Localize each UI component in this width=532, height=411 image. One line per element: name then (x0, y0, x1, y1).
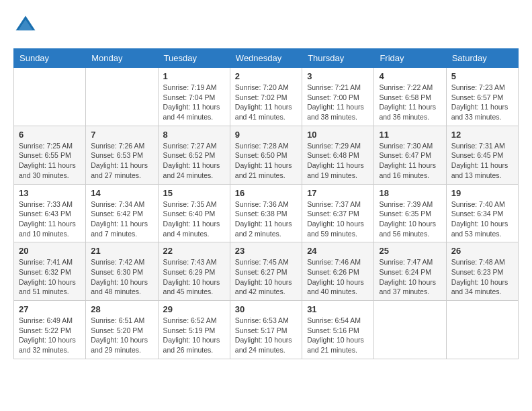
day-info: Sunrise: 7:29 AMSunset: 6:48 PMDaylight:… (307, 141, 369, 181)
day-info: Sunrise: 7:48 AMSunset: 6:23 PMDaylight:… (451, 257, 513, 297)
day-number: 14 (91, 188, 152, 198)
day-info: Sunrise: 7:21 AMSunset: 7:00 PMDaylight:… (307, 83, 369, 122)
day-number: 2 (235, 71, 297, 81)
day-info: Sunrise: 6:52 AMSunset: 5:19 PMDaylight:… (163, 316, 225, 355)
day-number: 6 (19, 130, 81, 140)
calendar-cell: 10Sunrise: 7:29 AMSunset: 6:48 PMDayligh… (302, 126, 374, 184)
calendar-cell: 2Sunrise: 7:20 AMSunset: 7:02 PMDaylight… (230, 68, 302, 126)
day-info: Sunrise: 7:40 AMSunset: 6:34 PMDaylight:… (451, 199, 513, 239)
day-of-week-header: Monday (86, 49, 158, 68)
day-number: 23 (235, 246, 297, 256)
day-info: Sunrise: 7:23 AMSunset: 6:57 PMDaylight:… (451, 83, 513, 122)
day-number: 21 (91, 246, 152, 256)
calendar-cell: 25Sunrise: 7:47 AMSunset: 6:24 PMDayligh… (374, 242, 446, 301)
day-number: 27 (19, 304, 81, 314)
calendar-cell: 1Sunrise: 7:19 AMSunset: 7:04 PMDaylight… (158, 68, 230, 126)
day-info: Sunrise: 7:37 AMSunset: 6:37 PMDaylight:… (307, 199, 369, 239)
day-number: 3 (307, 71, 369, 81)
calendar-cell (86, 68, 158, 126)
calendar-cell: 24Sunrise: 7:46 AMSunset: 6:26 PMDayligh… (302, 242, 374, 301)
calendar-cell: 5Sunrise: 7:23 AMSunset: 6:57 PMDaylight… (446, 68, 518, 126)
day-number: 9 (235, 130, 297, 140)
calendar-week-row: 13Sunrise: 7:33 AMSunset: 6:43 PMDayligh… (14, 184, 519, 242)
day-number: 5 (451, 71, 513, 81)
calendar-cell: 17Sunrise: 7:37 AMSunset: 6:37 PMDayligh… (302, 184, 374, 242)
day-of-week-header: Saturday (446, 49, 518, 68)
day-number: 24 (307, 246, 369, 256)
day-info: Sunrise: 7:22 AMSunset: 6:58 PMDaylight:… (379, 83, 441, 122)
day-number: 31 (307, 304, 369, 314)
day-info: Sunrise: 7:39 AMSunset: 6:35 PMDaylight:… (379, 199, 441, 239)
day-info: Sunrise: 7:26 AMSunset: 6:53 PMDaylight:… (91, 141, 152, 181)
day-number: 12 (451, 130, 513, 140)
day-number: 17 (307, 188, 369, 198)
day-number: 22 (163, 246, 225, 256)
calendar-cell: 13Sunrise: 7:33 AMSunset: 6:43 PMDayligh… (14, 184, 86, 242)
day-of-week-header: Wednesday (230, 49, 302, 68)
day-number: 11 (379, 130, 441, 140)
calendar-cell: 15Sunrise: 7:35 AMSunset: 6:40 PMDayligh… (158, 184, 230, 242)
day-number: 28 (91, 304, 152, 314)
calendar-cell: 6Sunrise: 7:25 AMSunset: 6:55 PMDaylight… (14, 126, 86, 184)
day-number: 25 (379, 246, 441, 256)
day-info: Sunrise: 7:28 AMSunset: 6:50 PMDaylight:… (235, 141, 297, 181)
calendar-cell: 26Sunrise: 7:48 AMSunset: 6:23 PMDayligh… (446, 242, 518, 301)
day-info: Sunrise: 6:51 AMSunset: 5:20 PMDaylight:… (91, 316, 152, 355)
calendar-cell: 8Sunrise: 7:27 AMSunset: 6:52 PMDaylight… (158, 126, 230, 184)
day-number: 10 (307, 130, 369, 140)
day-info: Sunrise: 7:43 AMSunset: 6:29 PMDaylight:… (163, 257, 225, 297)
logo-icon (13, 13, 38, 38)
day-info: Sunrise: 7:34 AMSunset: 6:42 PMDaylight:… (91, 199, 152, 239)
day-number: 15 (163, 188, 225, 198)
day-info: Sunrise: 7:33 AMSunset: 6:43 PMDaylight:… (19, 199, 81, 239)
day-info: Sunrise: 7:41 AMSunset: 6:32 PMDaylight:… (19, 257, 81, 297)
day-info: Sunrise: 7:30 AMSunset: 6:47 PMDaylight:… (379, 141, 441, 181)
day-info: Sunrise: 7:27 AMSunset: 6:52 PMDaylight:… (163, 141, 225, 181)
day-number: 20 (19, 246, 81, 256)
day-info: Sunrise: 6:49 AMSunset: 5:22 PMDaylight:… (19, 316, 81, 355)
day-info: Sunrise: 7:20 AMSunset: 7:02 PMDaylight:… (235, 83, 297, 122)
day-info: Sunrise: 7:46 AMSunset: 6:26 PMDaylight:… (307, 257, 369, 297)
day-of-week-header: Tuesday (158, 49, 230, 68)
day-of-week-header: Sunday (14, 49, 86, 68)
day-info: Sunrise: 7:35 AMSunset: 6:40 PMDaylight:… (163, 199, 225, 239)
day-info: Sunrise: 7:19 AMSunset: 7:04 PMDaylight:… (163, 83, 225, 122)
calendar-cell: 14Sunrise: 7:34 AMSunset: 6:42 PMDayligh… (86, 184, 158, 242)
calendar-week-row: 27Sunrise: 6:49 AMSunset: 5:22 PMDayligh… (14, 301, 519, 359)
calendar-cell (374, 301, 446, 359)
calendar-cell: 22Sunrise: 7:43 AMSunset: 6:29 PMDayligh… (158, 242, 230, 301)
day-info: Sunrise: 7:31 AMSunset: 6:45 PMDaylight:… (451, 141, 513, 181)
calendar-week-row: 20Sunrise: 7:41 AMSunset: 6:32 PMDayligh… (14, 242, 519, 301)
day-number: 30 (235, 304, 297, 314)
day-info: Sunrise: 6:54 AMSunset: 5:16 PMDaylight:… (307, 316, 369, 355)
calendar-cell: 31Sunrise: 6:54 AMSunset: 5:16 PMDayligh… (302, 301, 374, 359)
day-number: 8 (163, 130, 225, 140)
day-number: 4 (379, 71, 441, 81)
page-header (13, 13, 519, 38)
calendar-cell: 29Sunrise: 6:52 AMSunset: 5:19 PMDayligh… (158, 301, 230, 359)
day-info: Sunrise: 7:25 AMSunset: 6:55 PMDaylight:… (19, 141, 81, 181)
day-number: 7 (91, 130, 152, 140)
calendar-body: 1Sunrise: 7:19 AMSunset: 7:04 PMDaylight… (14, 68, 519, 359)
day-info: Sunrise: 7:47 AMSunset: 6:24 PMDaylight:… (379, 257, 441, 297)
calendar-cell (446, 301, 518, 359)
day-of-week-header: Friday (374, 49, 446, 68)
calendar-week-row: 6Sunrise: 7:25 AMSunset: 6:55 PMDaylight… (14, 126, 519, 184)
calendar-week-row: 1Sunrise: 7:19 AMSunset: 7:04 PMDaylight… (14, 68, 519, 126)
day-info: Sunrise: 7:36 AMSunset: 6:38 PMDaylight:… (235, 199, 297, 239)
calendar-cell: 12Sunrise: 7:31 AMSunset: 6:45 PMDayligh… (446, 126, 518, 184)
day-number: 13 (19, 188, 81, 198)
day-number: 16 (235, 188, 297, 198)
day-info: Sunrise: 6:53 AMSunset: 5:17 PMDaylight:… (235, 316, 297, 355)
days-of-week-row: SundayMondayTuesdayWednesdayThursdayFrid… (14, 49, 519, 68)
calendar-cell: 19Sunrise: 7:40 AMSunset: 6:34 PMDayligh… (446, 184, 518, 242)
calendar-cell: 11Sunrise: 7:30 AMSunset: 6:47 PMDayligh… (374, 126, 446, 184)
calendar-cell: 3Sunrise: 7:21 AMSunset: 7:00 PMDaylight… (302, 68, 374, 126)
calendar-cell: 4Sunrise: 7:22 AMSunset: 6:58 PMDaylight… (374, 68, 446, 126)
calendar-cell (14, 68, 86, 126)
calendar-cell: 21Sunrise: 7:42 AMSunset: 6:30 PMDayligh… (86, 242, 158, 301)
day-number: 26 (451, 246, 513, 256)
calendar-cell: 18Sunrise: 7:39 AMSunset: 6:35 PMDayligh… (374, 184, 446, 242)
calendar-cell: 30Sunrise: 6:53 AMSunset: 5:17 PMDayligh… (230, 301, 302, 359)
day-number: 18 (379, 188, 441, 198)
